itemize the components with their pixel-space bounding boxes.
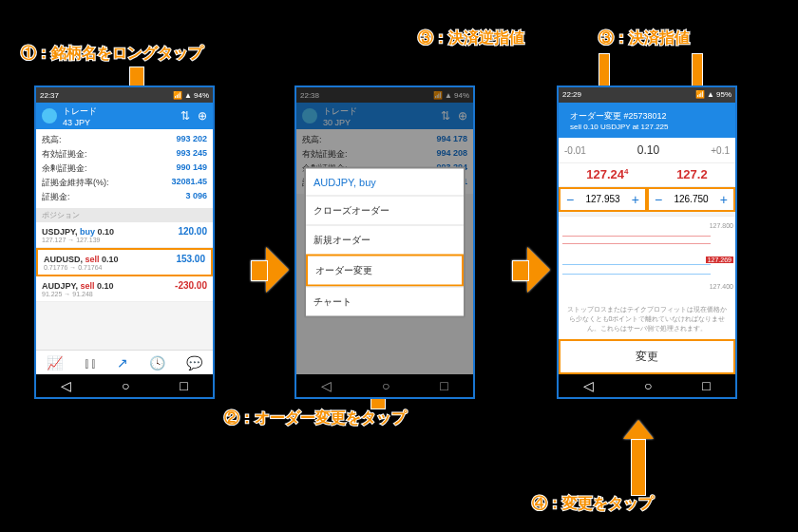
plus-icon[interactable]: +: [628, 192, 643, 207]
app-header: トレード 43 JPY ⇅ ⊕: [36, 103, 213, 129]
app-icon: [42, 108, 57, 124]
callout-2: ②：オーダー変更をタップ: [224, 408, 407, 428]
price-row: 127.244 127.2: [559, 162, 735, 185]
price-ask: 127.2: [676, 167, 708, 181]
menu-title: AUDJPY, buy: [306, 169, 464, 196]
lot-decrement[interactable]: -0.01: [564, 145, 586, 156]
bottom-nav[interactable]: 📈 ⫿⫿ ↗ 🕓 💬: [36, 350, 213, 374]
flow-arrow-2: [527, 247, 550, 293]
callout-1: ①：銘柄名をロングタップ: [21, 44, 203, 64]
recent-icon[interactable]: □: [702, 378, 710, 393]
home-icon[interactable]: ○: [122, 378, 129, 393]
nav-quotes-icon[interactable]: 📈: [47, 355, 63, 370]
price-bid: 127.244: [586, 167, 628, 181]
flow-arrow-1: [266, 247, 289, 293]
submit-button[interactable]: 変更: [559, 339, 735, 374]
status-icons: 📶 ▲ 94%: [173, 91, 209, 100]
position-row-highlighted[interactable]: AUDUSD, sell 0.10153.00 0.71776 → 0.7176…: [36, 248, 213, 276]
sl-value: 127.953: [578, 194, 628, 204]
warning-note: ストップロスまたはテイクプロフィットは現在価格から少なくとも0ポイントで離れてい…: [559, 299, 735, 339]
menu-close-order[interactable]: クローズオーダー: [306, 196, 464, 225]
sort-icon[interactable]: ⇅: [180, 109, 190, 123]
menu-modify-order[interactable]: オーダー変更: [306, 255, 464, 287]
plus-icon[interactable]: +: [716, 192, 732, 207]
statusbar: 22:37 📶 ▲ 94%: [36, 87, 213, 103]
nav-candles-icon[interactable]: ⫿⫿: [84, 355, 97, 370]
header-sub: 43 JPY: [63, 118, 175, 127]
back-icon[interactable]: ◁: [583, 378, 594, 393]
time: 22:37: [40, 91, 59, 100]
screen-2: 22:38📶 ▲ 94% トレード30 JPY ⇅⊕ 残高:994 178 有効…: [294, 86, 475, 399]
positions-header: ポジション: [36, 208, 213, 222]
back-icon[interactable]: ◁: [61, 378, 71, 393]
context-menu: AUDJPY, buy クローズオーダー 新規オーダー オーダー変更 チャート: [304, 167, 466, 318]
account-summary: 残高:993 202 有効証拠金:993 245 余剰証拠金:990 149 証…: [36, 129, 213, 208]
screen-1: 22:37 📶 ▲ 94% トレード 43 JPY ⇅ ⊕ 残高:993 202…: [34, 86, 215, 399]
screen-3: 22:29📶 ▲ 95% オーダー変更 #25738012 sell 0.10 …: [557, 86, 737, 399]
header-title: トレード: [63, 105, 175, 118]
take-profit-input[interactable]: − 126.750 +: [647, 187, 735, 212]
minus-icon[interactable]: −: [562, 192, 578, 207]
menu-new-order[interactable]: 新規オーダー: [306, 225, 464, 255]
new-icon[interactable]: ⊕: [198, 109, 207, 123]
callout-4: ④：変更をタップ: [532, 494, 654, 514]
lot-value: 0.10: [637, 143, 659, 157]
recent-icon[interactable]: □: [180, 378, 187, 393]
lot-controls[interactable]: -0.01 0.10 +0.1: [559, 138, 735, 162]
android-navbar[interactable]: ◁ ○ □: [36, 374, 213, 397]
mini-chart: 127.800 127.400 127.269: [559, 216, 735, 300]
order-subtitle: sell 0.10 USDJPY at 127.225: [570, 123, 668, 131]
tp-value: 126.750: [666, 194, 716, 204]
home-icon[interactable]: ○: [644, 378, 652, 393]
nav-chat-icon[interactable]: 💬: [186, 355, 202, 370]
menu-chart[interactable]: チャート: [306, 287, 464, 316]
lot-increment[interactable]: +0.1: [711, 145, 730, 156]
callout-3b: ③：決済指値: [598, 28, 690, 48]
stop-loss-input[interactable]: − 127.953 +: [559, 187, 647, 212]
position-row[interactable]: AUDJPY, sell 0.10-230.00 91.225 → 91.248: [36, 276, 213, 302]
order-title: オーダー変更 #25738012: [570, 110, 668, 123]
nav-trade-icon[interactable]: ↗: [117, 355, 128, 370]
callout-3a: ③：決済逆指値: [418, 28, 524, 48]
order-header: オーダー変更 #25738012 sell 0.10 USDJPY at 127…: [559, 103, 735, 138]
position-row[interactable]: USDJPY, buy 0.10120.00 127.127 → 127.139: [36, 222, 213, 248]
nav-history-icon[interactable]: 🕓: [149, 355, 165, 370]
minus-icon[interactable]: −: [651, 192, 666, 207]
